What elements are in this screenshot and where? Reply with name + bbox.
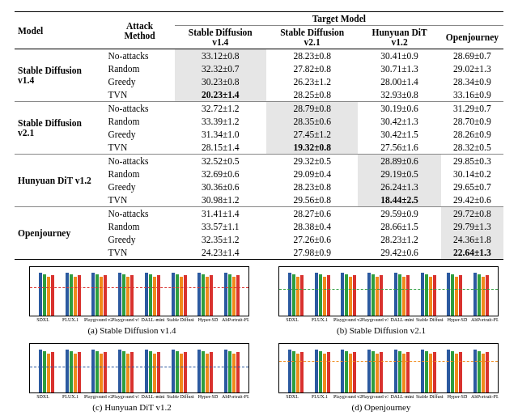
bar: [455, 277, 458, 316]
result-cell: 20.23±1.4: [175, 88, 266, 102]
bar-group: [442, 273, 469, 316]
bar: [130, 352, 134, 392]
bar: [96, 351, 99, 392]
bar: [486, 275, 489, 316]
reference-line: [279, 289, 498, 290]
result-cell: 29.42±0.6: [441, 193, 503, 207]
result-cell: 24.23±1.4: [175, 246, 266, 260]
result-cell: 33.12±0.8: [175, 49, 266, 63]
bar: [345, 351, 348, 392]
bar-group: [33, 273, 60, 316]
bar-group: [87, 350, 113, 392]
bar-group: [219, 350, 245, 392]
result-cell: 30.23±0.8: [175, 75, 266, 88]
bar: [341, 350, 344, 392]
model-label: Hunyuan DiT v1.2: [15, 155, 105, 207]
bar-group: [336, 273, 363, 316]
bar: [145, 273, 148, 316]
chart-caption: (c) Hunyuan DiT v1.2: [15, 402, 249, 412]
bar: [349, 277, 352, 316]
bar-group: [415, 350, 442, 392]
bar: [39, 350, 42, 392]
bar: [153, 277, 156, 316]
bar: [394, 273, 397, 316]
result-cell: 32.72±1.2: [175, 102, 266, 116]
result-cell: 33.16±0.9: [441, 88, 503, 102]
x-labels: SDXLFLUX.1Playground v2.5Playground v3DA…: [278, 394, 499, 399]
x-labels: SDXLFLUX.1Playground v2.5Playground v3DA…: [29, 317, 249, 322]
result-cell: 33.57±1.1: [175, 220, 266, 233]
bar: [447, 350, 450, 392]
chart-area: [29, 266, 249, 316]
result-cell: 29.32±0.5: [266, 155, 358, 168]
attack-method: TVN: [105, 246, 175, 260]
result-cell: 26.23±1.2: [266, 75, 358, 88]
bar: [319, 274, 322, 316]
bar: [353, 352, 356, 392]
result-cell: 29.56±0.8: [266, 193, 358, 207]
attack-method: TVN: [105, 193, 175, 207]
bar: [323, 277, 326, 316]
bar-group: [113, 350, 139, 392]
bar: [145, 350, 148, 392]
bar: [327, 275, 330, 316]
charts-grid: CLIP-Text ScoresSDXLFLUX.1Playground v2.…: [15, 266, 503, 412]
result-cell: 33.39±1.2: [175, 115, 266, 128]
bar: [100, 354, 103, 392]
result-cell: 32.69±0.6: [175, 168, 266, 180]
model-label: Openjourney: [15, 207, 105, 260]
bar: [232, 277, 236, 316]
result-cell: 28.38±0.4: [266, 220, 358, 233]
x-labels: SDXLFLUX.1Playground v2.5Playground v3DA…: [278, 317, 499, 322]
bar-group: [113, 273, 139, 316]
bar-group: [60, 350, 87, 392]
result-cell: 28.32±0.5: [441, 141, 503, 155]
reference-line: [30, 287, 248, 288]
chart: CLIP-Text ScoresSDXLFLUX.1Playground v2.…: [264, 266, 499, 335]
result-cell: 28.23±1.2: [358, 233, 440, 246]
result-cell: 30.42±1.3: [358, 115, 440, 128]
bar-group: [60, 273, 87, 316]
result-cell: 29.02±1.3: [441, 62, 503, 75]
bar: [157, 352, 160, 392]
bar-group: [282, 350, 309, 392]
chart-area: [278, 266, 499, 316]
bar-group: [468, 273, 495, 316]
bar-group: [388, 273, 415, 316]
bar: [455, 354, 458, 392]
attack-method: Greedy: [105, 75, 175, 88]
result-cell: 28.26±0.9: [441, 128, 503, 141]
bar-group: [193, 273, 219, 316]
bar: [180, 354, 183, 392]
bar: [367, 273, 371, 316]
bar: [184, 275, 187, 316]
bar: [78, 352, 81, 392]
bar: [224, 350, 227, 392]
result-cell: 32.93±0.8: [358, 88, 440, 102]
bar: [429, 354, 432, 392]
bar: [473, 350, 477, 392]
bar: [172, 273, 175, 316]
bar: [232, 354, 236, 392]
attack-method: Random: [105, 62, 175, 75]
result-cell: 32.32±0.7: [175, 62, 266, 75]
bar-group: [33, 350, 60, 392]
bar: [43, 351, 46, 392]
bar: [345, 274, 348, 316]
bar: [126, 277, 130, 316]
result-cell: 28.00±1.4: [358, 75, 440, 88]
bar: [51, 275, 54, 316]
reference-line: [279, 361, 498, 362]
chart-area: [29, 343, 249, 393]
bar: [425, 351, 428, 392]
result-cell: 28.35±0.6: [266, 115, 358, 128]
bar-group: [87, 273, 113, 316]
bar: [451, 274, 454, 316]
bar-group: [139, 350, 166, 392]
result-cell: 30.41±0.9: [358, 49, 440, 63]
bar: [74, 277, 77, 316]
bar: [104, 352, 107, 392]
bar: [429, 277, 432, 316]
header-col-2: Hunyuan DiT v1.2: [358, 26, 440, 49]
bar: [478, 351, 481, 392]
